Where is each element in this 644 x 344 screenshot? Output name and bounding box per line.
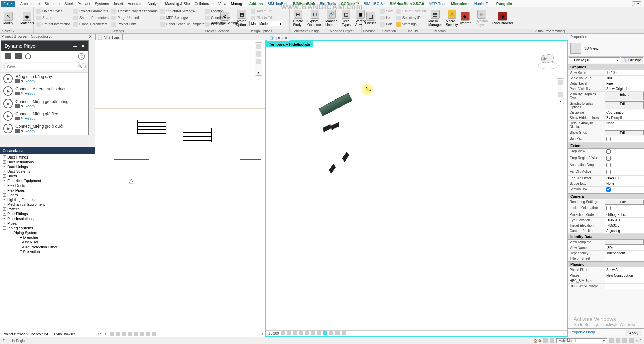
workset-combo[interactable]: Main Model▾	[556, 338, 607, 343]
rendering-icon[interactable]	[305, 331, 309, 335]
property-value[interactable]	[605, 149, 644, 155]
property-value[interactable]: 304800.0	[605, 176, 644, 181]
expand-icon[interactable]: −	[3, 226, 6, 230]
tree-node[interactable]: +Flex Pipes	[0, 188, 95, 193]
property-value[interactable]	[605, 284, 644, 289]
dynamo-player-titlebar[interactable]: Dynamo Player — ✕	[1, 41, 88, 51]
object-styles-button[interactable]: Object Styles	[35, 8, 72, 15]
mode-toggle[interactable]: ▢▾	[632, 1, 641, 6]
macro-manager-button[interactable]: ▤Macro Manager	[426, 8, 444, 28]
tree-node[interactable]: +Ducts	[0, 174, 95, 178]
scale-label[interactable]: 1 : 100	[97, 332, 108, 336]
expand-icon[interactable]: +	[3, 155, 6, 159]
property-value[interactable]: Coordination	[605, 110, 644, 115]
tree-node[interactable]: +Floors	[0, 193, 95, 197]
property-value[interactable]: None	[605, 121, 644, 130]
visual-style-icon[interactable]	[287, 331, 291, 335]
sb-icon-5[interactable]	[622, 338, 627, 343]
property-edit-button[interactable]: Edit...	[605, 101, 644, 109]
purge-unused-button[interactable]: Purge Unused	[110, 15, 159, 21]
tree-node[interactable]: F-Dry Riser	[0, 240, 95, 245]
edit-sel-button[interactable]: Edit	[379, 21, 395, 27]
global-parameters-button[interactable]: Global Parameters	[72, 21, 110, 27]
tree-node[interactable]: +Electrical Equipment	[0, 178, 95, 183]
modify-button[interactable]: ↖ Modify	[1, 8, 15, 28]
position-button[interactable]: Position	[203, 21, 232, 27]
tree-node[interactable]: +Duct Systems	[0, 169, 95, 174]
view-tab-nhatuan[interactable]: 📄 Nhà Tuấn	[95, 34, 123, 40]
expand-icon[interactable]: +	[3, 207, 6, 211]
tree-node[interactable]: −Piping System	[0, 230, 95, 235]
expand-icon[interactable]: +	[3, 179, 6, 182]
property-value[interactable]: {3D}	[605, 245, 644, 250]
property-value[interactable]: Show Original	[605, 86, 644, 91]
phases-button[interactable]: ◫Phases	[363, 8, 378, 28]
location-button[interactable]: Location	[203, 8, 232, 15]
property-value[interactable]	[605, 169, 644, 175]
expand-icon[interactable]: +	[3, 170, 6, 173]
property-checkbox[interactable]	[606, 137, 611, 141]
expand-icon[interactable]: +	[3, 217, 6, 220]
tree-node[interactable]: +Pipe Fittings	[0, 211, 95, 216]
property-value[interactable]	[605, 155, 644, 162]
nav-home-icon[interactable]	[256, 51, 261, 57]
duct-segment[interactable]	[319, 93, 353, 116]
edit-script-icon[interactable]: ✎	[21, 79, 24, 83]
dynamo-player-button[interactable]: ▶Dynamo Player	[473, 8, 490, 28]
expand-icon[interactable]: +	[3, 212, 6, 216]
nav-wheel-icon[interactable]	[256, 44, 261, 49]
property-group-header[interactable]: Identity Data	[568, 234, 644, 240]
crop-icon[interactable]	[311, 331, 315, 335]
view-tab-3d[interactable]: 🧊 {3D}✕	[267, 35, 290, 41]
property-value[interactable]	[605, 205, 644, 212]
diffuser-3[interactable]	[342, 152, 349, 162]
ribbon-tab-precast[interactable]: Precast	[75, 1, 92, 7]
properties-type-selector[interactable]: 3D View	[568, 40, 644, 57]
detail-level-icon[interactable]	[110, 332, 114, 336]
diffuser-1[interactable]	[323, 124, 331, 132]
options-icon[interactable]	[15, 117, 20, 120]
project-parameters-button[interactable]: Project Parameters	[72, 8, 110, 15]
project-info-button[interactable]: Project Information	[35, 21, 72, 27]
ribbon-tab-pangolin[interactable]: Pangolin	[494, 1, 514, 7]
tree-node[interactable]: +Duct Insulations	[0, 160, 95, 164]
ribbon-tab-systems[interactable]: Systems	[92, 1, 111, 7]
save-sel-button[interactable]: Save	[379, 8, 395, 15]
search-icon[interactable]: 🔍	[78, 64, 83, 69]
expand-icon[interactable]: +	[3, 198, 6, 201]
ribbon-tab-manage[interactable]: Manage	[229, 1, 247, 7]
select-group-label[interactable]: Select	[0, 29, 17, 33]
ribbon-tab-structure[interactable]: Structure	[42, 1, 62, 7]
sb-icon-2[interactable]	[550, 338, 554, 343]
instance-selector[interactable]: 3D View: {3D}▾	[569, 57, 620, 63]
ribbon-tab-massingsite[interactable]: Massing & Site	[163, 1, 192, 7]
run-script-button[interactable]	[3, 111, 13, 121]
property-checkbox[interactable]	[606, 206, 611, 210]
reveal-icon[interactable]	[329, 331, 333, 335]
expand-icon[interactable]: +	[3, 165, 6, 168]
tab-dyno-browser[interactable]: Dyno Browser	[51, 331, 78, 337]
tree-node[interactable]: −Piping Systems	[0, 226, 95, 230]
floorplan-canvas[interactable]: — ▾ △│	[95, 40, 265, 331]
ribbon-tab-microdesk[interactable]: Microdesk	[449, 1, 472, 7]
close-view-icon[interactable]: ✕	[285, 36, 288, 40]
property-value[interactable]: New Construction	[605, 273, 644, 278]
tree-node[interactable]: +Flex Ducts	[0, 183, 95, 188]
ribbon-tab-analyze[interactable]: Analyze	[145, 1, 163, 7]
transfer-standards-button[interactable]: Transfer Project Standards	[110, 8, 159, 15]
help-icon[interactable]: ?	[78, 53, 85, 60]
property-value[interactable]: Fine	[605, 81, 644, 86]
expand-icon[interactable]: +	[3, 160, 6, 164]
property-edit-button[interactable]	[605, 240, 644, 245]
property-checkbox[interactable]	[606, 156, 611, 161]
tree-node[interactable]: +Duct Linings	[0, 164, 95, 169]
constraints-icon[interactable]	[335, 331, 340, 335]
property-value[interactable]: 203631.1	[605, 218, 644, 223]
pick-to-edit-button[interactable]: Pick to Edit	[249, 15, 283, 21]
shadows-icon[interactable]	[128, 332, 132, 336]
tree-node[interactable]: +Lighting Fixtures	[0, 197, 95, 202]
property-group-header[interactable]: Camera	[568, 193, 644, 199]
property-checkbox[interactable]	[606, 163, 611, 167]
sun-path-icon[interactable]	[293, 331, 297, 335]
diffuser-4[interactable]	[329, 164, 336, 174]
